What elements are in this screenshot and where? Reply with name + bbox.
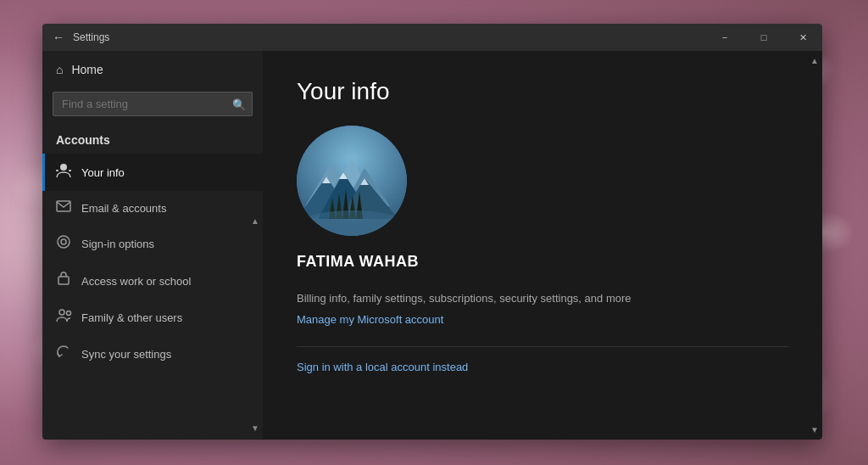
sidebar-item-label-sync: Sync your settings <box>81 348 171 361</box>
svg-point-7 <box>59 310 64 315</box>
main-scroll-down-icon[interactable]: ▼ <box>810 425 819 434</box>
page-title: Your info <box>297 78 788 105</box>
sign-in-icon <box>56 234 71 253</box>
back-button[interactable]: ← <box>53 31 64 44</box>
your-info-icon <box>56 163 71 182</box>
titlebar: ← Settings − □ ✕ <box>42 24 822 51</box>
access-work-icon <box>56 272 71 290</box>
search-input[interactable] <box>53 92 253 116</box>
avatar-container <box>297 126 788 236</box>
sidebar-item-email-accounts[interactable]: Email & accounts <box>42 191 263 225</box>
email-icon <box>56 200 71 216</box>
manage-account-link[interactable]: Manage my Microsoft account <box>297 313 788 326</box>
sidebar-item-label-family: Family & other users <box>81 311 182 324</box>
home-label: Home <box>71 63 103 76</box>
minimize-button[interactable]: − <box>705 24 744 51</box>
sidebar-item-family[interactable]: Family & other users <box>42 300 263 335</box>
svg-rect-6 <box>58 277 69 284</box>
sidebar-home[interactable]: ⌂ Home <box>42 51 263 88</box>
svg-rect-1 <box>56 170 58 171</box>
window-title: Settings <box>73 31 705 43</box>
section-title: Accounts <box>42 126 263 154</box>
svg-rect-3 <box>57 201 70 211</box>
sidebar-item-access-work[interactable]: Access work or school <box>42 262 263 300</box>
sidebar-item-label-access-work: Access work or school <box>81 275 191 288</box>
svg-rect-2 <box>69 170 71 171</box>
window-content: ⌂ Home 🔍 Accounts ▲ <box>42 51 822 440</box>
sync-icon <box>56 345 71 363</box>
svg-point-4 <box>58 236 70 248</box>
family-icon <box>56 309 71 326</box>
svg-point-25 <box>305 210 398 231</box>
sidebar-item-label-email: Email & accounts <box>81 202 166 215</box>
sidebar-item-label-signin: Sign-in options <box>81 238 154 250</box>
main-panel: ▲ ▼ Your info <box>263 51 822 440</box>
maximize-button[interactable]: □ <box>744 24 783 51</box>
sidebar-item-your-info[interactable]: Your info <box>42 154 263 191</box>
sidebar-item-sign-in[interactable]: Sign-in options <box>42 225 263 262</box>
close-button[interactable]: ✕ <box>783 24 822 51</box>
svg-point-5 <box>61 239 66 244</box>
sidebar-item-sync[interactable]: Sync your settings <box>42 335 263 373</box>
sidebar-scroll-down-icon[interactable]: ▼ <box>251 423 259 433</box>
svg-rect-0 <box>60 164 67 171</box>
main-scroll-up-icon[interactable]: ▲ <box>810 56 819 65</box>
svg-point-8 <box>67 311 71 316</box>
avatar[interactable] <box>297 126 407 236</box>
billing-info-text: Billing info, family settings, subscript… <box>297 291 788 306</box>
home-icon: ⌂ <box>56 63 63 76</box>
settings-window: ← Settings − □ ✕ ⌂ Home 🔍 Accounts ▲ <box>42 24 822 440</box>
sidebar-item-label-your-info: Your info <box>81 166 125 179</box>
sidebar-search-container: 🔍 <box>53 92 253 116</box>
sidebar: ⌂ Home 🔍 Accounts ▲ <box>42 51 263 440</box>
user-name: FATIMA WAHAB <box>297 253 788 271</box>
sign-in-local-link[interactable]: Sign in with a local account instead <box>297 361 788 373</box>
search-icon: 🔍 <box>232 98 246 110</box>
divider <box>297 346 788 347</box>
window-controls: − □ ✕ <box>705 24 822 51</box>
